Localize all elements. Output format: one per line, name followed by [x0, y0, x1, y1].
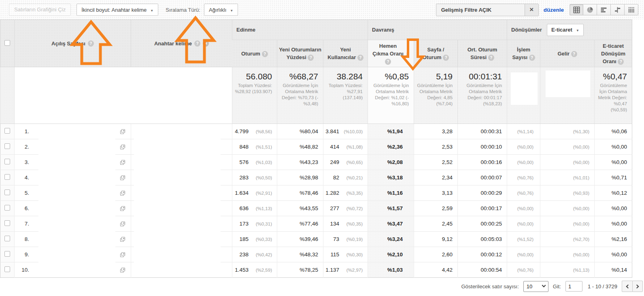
sessions-cell: 1.453(%2,59) — [232, 262, 277, 278]
new-users-cell: 1.282(%3,35) — [323, 185, 368, 201]
pivot-view-button[interactable] — [625, 4, 638, 15]
help-icon[interactable] — [308, 55, 314, 61]
row-checkbox[interactable] — [4, 220, 10, 226]
transactions-cell: (%0,00) — [507, 201, 540, 216]
column-header-ecommerce-conversion-rate[interactable]: E-ticaret Dönüşüm Oranı — [595, 40, 632, 67]
performance-view-button[interactable] — [597, 4, 611, 15]
pages-per-session-cell: 2,34 — [414, 170, 458, 185]
sort-type-dropdown[interactable]: Ağırlıklı — [204, 4, 238, 16]
secondary-dimension-label: İkincil boyut: Anahtar kelime — [81, 7, 147, 13]
help-icon[interactable] — [443, 55, 449, 61]
summary-ecommerce-conversion-rate: %0,47Görüntüleme İçin Ortalama Metrik De… — [595, 67, 632, 124]
avg-session-duration-cell: 00:00:29 — [458, 185, 507, 201]
row-checkbox[interactable] — [4, 159, 10, 164]
percentage-view-button[interactable] — [583, 4, 597, 15]
help-icon[interactable] — [385, 59, 391, 65]
landing-page-column-header[interactable]: Açılış Sayfası — [15, 20, 131, 67]
revenue-cell: (%1,13) — [540, 262, 595, 278]
row-checkbox[interactable] — [4, 128, 10, 134]
open-page-icon[interactable] — [120, 252, 125, 258]
row-index: 10. — [19, 267, 29, 273]
open-page-icon[interactable] — [120, 206, 125, 211]
row-checkbox[interactable] — [4, 251, 10, 257]
help-icon[interactable] — [488, 55, 494, 61]
summary-transactions — [507, 67, 540, 124]
help-icon[interactable] — [88, 40, 94, 47]
column-header-pct-new-sessions[interactable]: Yeni Oturumların Yüzdesi — [277, 40, 323, 67]
open-page-icon[interactable] — [120, 190, 125, 196]
help-icon[interactable] — [262, 51, 268, 57]
edit-filter-link[interactable]: düzenle — [544, 7, 564, 13]
help-icon[interactable] — [618, 59, 624, 65]
open-page-icon[interactable] — [120, 129, 125, 134]
secondary-dimension-dropdown[interactable]: İkincil boyut: Anahtar kelime — [77, 4, 158, 16]
open-page-icon[interactable] — [120, 221, 125, 227]
comparison-view-button[interactable] — [611, 4, 625, 15]
column-header-transactions[interactable]: İşlem Sayısı — [507, 40, 540, 67]
row-checkbox[interactable] — [4, 266, 10, 272]
remove-filter-button[interactable] — [525, 4, 538, 16]
column-header-new-users[interactable]: Yeni Kullanıcılar — [323, 40, 368, 67]
pages-per-session-cell: 9,12 — [414, 232, 458, 247]
help-icon[interactable] — [571, 51, 577, 57]
rows-per-page-label: Gösterilecek satır sayısı: — [461, 283, 519, 290]
pie-chart-icon — [587, 6, 593, 13]
pages-per-session-cell: 2,52 — [414, 155, 458, 170]
summary-sessions: 56.080Toplam Yüzdesi: %28,92 (193.907) — [232, 67, 277, 124]
help-icon[interactable] — [194, 40, 200, 47]
group-header-conversions: Dönüşümler E-ticaret — [507, 20, 632, 40]
column-header-bounce-rate[interactable]: Hemen Çıkma Oranı — [368, 40, 414, 67]
sessions-cell: 1.634(%2,91) — [232, 185, 277, 201]
row-checkbox-cell — [0, 232, 15, 247]
prev-page-button[interactable] — [622, 281, 632, 292]
open-page-icon[interactable] — [120, 175, 125, 181]
row-checkbox[interactable] — [4, 174, 10, 180]
pct-new-sessions-cell: %43,55 — [277, 201, 323, 216]
column-header-avg-session-duration[interactable]: Ort. Oturum Süresi — [458, 40, 507, 67]
rows-per-page-select[interactable]: 10 — [523, 281, 548, 292]
open-page-icon[interactable] — [120, 144, 125, 150]
open-page-icon[interactable] — [120, 267, 125, 273]
avg-session-duration-cell: 00:00:12 — [458, 247, 507, 262]
next-page-button[interactable] — [632, 281, 643, 292]
column-header-sessions[interactable]: Oturum — [232, 40, 277, 67]
ecommerce-conversion-rate-cell: %2,16 — [595, 232, 632, 247]
sort-descending-icon[interactable] — [406, 50, 409, 57]
view-toggle-group — [570, 4, 638, 15]
row-checkbox[interactable] — [4, 190, 10, 195]
pct-new-sessions-cell: %77,46 — [277, 216, 323, 232]
pages-per-session-cell: 3,13 — [414, 185, 458, 201]
sessions-cell: 576(%1,03) — [232, 155, 277, 170]
table-view-button[interactable] — [570, 4, 583, 15]
help-icon[interactable] — [357, 55, 363, 61]
summary-row: 56.080Toplam Yüzdesi: %28,92 (193.907) %… — [0, 67, 632, 124]
keyword-column-header[interactable]: Anahtar kelime — [131, 20, 232, 67]
goto-page-input[interactable] — [565, 281, 582, 292]
analytics-report-page: Satırların Grafiğini Çiz İkincil boyut: … — [0, 0, 644, 296]
column-header-pages-per-session[interactable]: Sayfa / Oturum — [414, 40, 458, 67]
new-users-cell: 277(%0,72) — [323, 201, 368, 216]
row-checkbox[interactable] — [4, 205, 10, 211]
ecommerce-conversion-rate-cell: %0,12 — [595, 185, 632, 201]
open-page-icon[interactable] — [120, 160, 125, 165]
conversion-type-dropdown[interactable]: E-ticaret — [547, 24, 584, 36]
plot-rows-button[interactable]: Satırların Grafiğini Çiz — [9, 4, 71, 16]
row-index: 1. — [19, 128, 29, 134]
avg-session-duration-cell: 00:00:07 — [458, 170, 507, 185]
advanced-filter-label: Gelişmiş Filtre AÇIK — [436, 4, 525, 16]
transactions-cell: (%0,00) — [507, 216, 540, 232]
chevron-left-icon — [626, 284, 630, 288]
pct-new-sessions-cell: %28,98 — [277, 170, 323, 185]
column-header-revenue[interactable]: Gelir — [540, 40, 595, 67]
summary-checkbox-gutter — [0, 67, 15, 124]
select-all-checkbox[interactable] — [4, 40, 10, 46]
row-checkbox[interactable] — [4, 236, 10, 241]
row-index: 7. — [19, 221, 29, 227]
chevron-down-icon — [542, 283, 546, 287]
sessions-cell: 636(%1,13) — [232, 201, 277, 216]
transactions-cell: (%0,00) — [507, 247, 540, 262]
remove-secondary-dimension-icon[interactable] — [203, 40, 209, 47]
row-checkbox[interactable] — [4, 143, 10, 149]
help-icon[interactable] — [529, 55, 535, 61]
open-page-icon[interactable] — [120, 236, 125, 242]
